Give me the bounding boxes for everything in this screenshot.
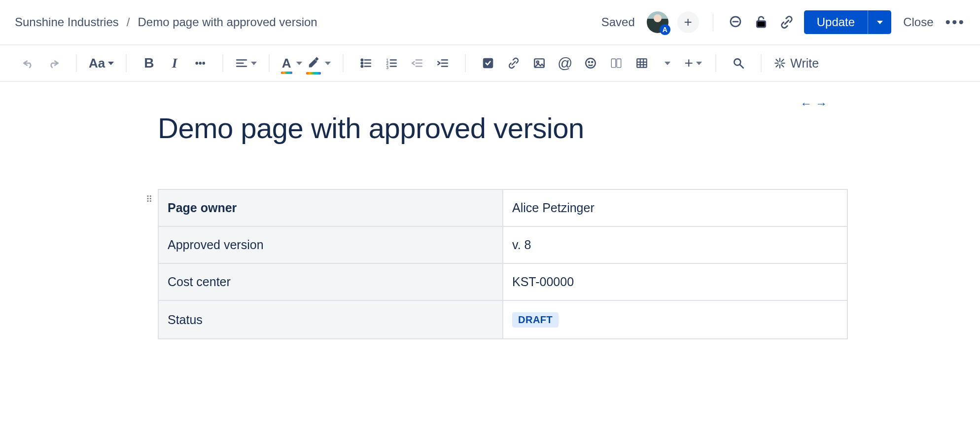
cell-label[interactable]: Status — [158, 300, 503, 339]
at-icon: @ — [558, 55, 572, 72]
drag-handle-icon[interactable]: ⠿ — [146, 198, 152, 201]
toolbar-separator — [761, 54, 762, 72]
toolbar-separator — [269, 54, 270, 72]
svg-point-26 — [537, 61, 539, 63]
cell-label[interactable]: Cost center — [158, 263, 503, 300]
action-item-button[interactable] — [478, 53, 498, 73]
svg-line-46 — [776, 65, 778, 67]
alignment-dropdown[interactable] — [235, 53, 257, 73]
close-button[interactable]: Close — [900, 15, 936, 29]
italic-icon: I — [172, 55, 177, 71]
expand-arrows-icon: ← → — [800, 97, 827, 110]
svg-rect-30 — [612, 59, 616, 67]
insert-dropdown[interactable]: + — [683, 53, 703, 73]
plus-icon: + — [684, 55, 693, 72]
status-badge: DRAFT — [512, 312, 559, 328]
emoji-button[interactable] — [580, 53, 601, 73]
toolbar-separator — [76, 54, 77, 72]
highlight-dropdown[interactable] — [307, 53, 331, 73]
svg-rect-32 — [637, 59, 647, 67]
ellipsis-icon: ••• — [195, 58, 206, 69]
text-color-icon: A — [282, 56, 291, 71]
chevron-down-icon — [696, 62, 702, 65]
svg-point-28 — [589, 62, 590, 63]
svg-line-43 — [776, 59, 778, 61]
collaborator-avatar[interactable]: A — [647, 11, 668, 33]
invite-button[interactable]: + — [677, 11, 699, 33]
ai-write-button[interactable]: Write — [773, 53, 819, 73]
text-style-dropdown[interactable]: Aa — [89, 56, 114, 71]
breadcrumb-space[interactable]: Sunshine Industries — [15, 15, 119, 29]
table-dropdown-caret[interactable] — [657, 53, 678, 73]
editor-toolbar: Aa B I ••• A 123 @ — [0, 45, 980, 81]
layouts-button[interactable] — [606, 53, 627, 73]
bold-button[interactable]: B — [139, 53, 159, 73]
chevron-down-icon — [665, 62, 670, 65]
mention-button[interactable]: @ — [555, 53, 575, 73]
cell-value[interactable]: Alice Petzinger — [503, 189, 847, 226]
indent-button[interactable] — [432, 53, 453, 73]
update-button-group: Update — [804, 10, 891, 34]
svg-point-6 — [361, 59, 363, 61]
chevron-down-icon — [325, 62, 331, 65]
toolbar-separator — [343, 54, 344, 72]
cell-value[interactable]: KST-00000 — [503, 263, 847, 300]
svg-point-8 — [361, 66, 363, 67]
svg-text:3: 3 — [386, 65, 388, 70]
bullet-list-button[interactable] — [355, 53, 376, 73]
table-row[interactable]: Cost center KST-00000 — [158, 263, 847, 300]
comments-icon[interactable] — [727, 14, 744, 31]
editor-header: Sunshine Industries / Demo page with app… — [0, 0, 980, 44]
restrictions-icon[interactable] — [753, 14, 770, 31]
plus-icon: + — [684, 14, 692, 30]
undo-button[interactable] — [18, 53, 38, 73]
breadcrumb-separator: / — [127, 15, 130, 29]
toolbar-separator — [715, 54, 716, 72]
svg-point-29 — [592, 62, 593, 63]
table-row[interactable]: Approved version v. 8 — [158, 226, 847, 263]
editor-canvas[interactable]: ← → Demo page with approved version ⠿ Pa… — [0, 82, 980, 339]
cell-value[interactable]: v. 8 — [503, 226, 847, 263]
page-title[interactable]: Demo page with approved version — [158, 111, 848, 145]
svg-rect-2 — [757, 21, 766, 28]
svg-line-38 — [740, 65, 744, 68]
more-formatting-button[interactable]: ••• — [190, 53, 210, 73]
header-actions: Saved A + Update Close ••• — [601, 10, 965, 34]
svg-rect-1 — [732, 21, 738, 23]
update-label: Update — [817, 15, 855, 29]
save-status: Saved — [601, 15, 635, 29]
table-row[interactable]: Status DRAFT — [158, 300, 847, 339]
svg-line-44 — [782, 65, 784, 67]
toolbar-separator — [465, 54, 466, 72]
link-icon[interactable] — [778, 14, 795, 31]
insert-image-button[interactable] — [529, 53, 550, 73]
toolbar-separator — [222, 54, 223, 72]
chevron-down-icon — [877, 21, 883, 24]
svg-line-45 — [782, 59, 784, 61]
svg-point-27 — [586, 58, 596, 68]
highlighter-icon — [307, 55, 320, 72]
update-button[interactable]: Update — [804, 10, 868, 34]
text-style-label: Aa — [89, 56, 105, 71]
breadcrumb-page[interactable]: Demo page with approved version — [138, 15, 317, 29]
text-color-dropdown[interactable]: A — [281, 53, 302, 73]
outdent-button[interactable] — [407, 53, 427, 73]
find-button[interactable] — [728, 53, 749, 73]
write-label: Write — [790, 56, 819, 71]
chevron-down-icon — [108, 62, 114, 65]
width-handle[interactable]: ← → — [800, 97, 827, 110]
bold-icon: B — [144, 55, 154, 71]
metadata-table[interactable]: Page owner Alice Petzinger Approved vers… — [158, 189, 848, 339]
table-row[interactable]: Page owner Alice Petzinger — [158, 189, 847, 226]
svg-rect-31 — [617, 59, 621, 67]
cell-value[interactable]: DRAFT — [503, 300, 847, 339]
cell-label[interactable]: Approved version — [158, 226, 503, 263]
cell-label[interactable]: Page owner — [158, 189, 503, 226]
italic-button[interactable]: I — [164, 53, 185, 73]
redo-button[interactable] — [43, 53, 64, 73]
numbered-list-button[interactable]: 123 — [381, 53, 402, 73]
table-dropdown[interactable] — [631, 53, 652, 73]
more-menu[interactable]: ••• — [945, 14, 965, 31]
update-dropdown[interactable] — [868, 10, 891, 34]
insert-link-button[interactable] — [503, 53, 524, 73]
